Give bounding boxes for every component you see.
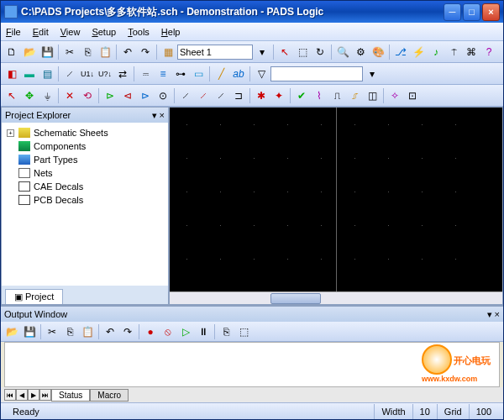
text-icon[interactable]: ab [230,66,247,82]
options-icon[interactable]: ⚙ [352,44,369,60]
tab-first-icon[interactable]: ⏮ [4,389,16,401]
menu-view[interactable]: View [60,27,81,37]
flip-icon[interactable]: ⇄ [114,66,131,82]
net2-icon[interactable]: ⟋ [195,87,212,104]
mark1-icon[interactable]: ✱ [253,87,270,104]
out-copy-icon[interactable]: ⎘ [61,323,78,340]
port-icon[interactable]: ⊐ [230,87,247,104]
filter-icon[interactable]: ▽ [253,66,270,82]
check-icon[interactable]: ✔ [293,87,310,104]
explorer-header[interactable]: Project Explorer ▾ × [2,108,168,123]
out-pause-icon[interactable]: ⏸ [195,323,212,340]
delete-icon[interactable]: ✕ [61,87,78,104]
net1-icon[interactable]: ⟋ [177,87,194,104]
project-tree[interactable]: +Schematic Sheets Components Part Types … [2,123,168,286]
mode-icon[interactable]: ◧ [3,66,20,82]
pointer-icon[interactable]: ↖ [3,87,20,104]
horizontal-scrollbar[interactable] [170,291,502,304]
out-save-icon[interactable]: 💾 [21,323,38,340]
maximize-button[interactable]: □ [463,3,480,21]
sym3-icon[interactable]: ⎎ [346,87,363,104]
menu-tools[interactable]: Tools [128,27,150,37]
tree-item-pcb-decals[interactable]: PCB Decals [3,193,166,207]
cut-icon[interactable]: ✂ [61,44,78,60]
wire-icon[interactable]: ⎓ [137,66,154,82]
copy-icon[interactable]: ⎘ [79,44,96,60]
sel-icon[interactable]: ▭ [190,66,207,82]
tree-item-part-types[interactable]: Part Types [3,153,166,166]
menu-setup[interactable]: Setup [92,27,116,37]
open-icon[interactable]: 📂 [21,44,38,60]
minimize-button[interactable]: ─ [444,3,461,21]
tool-a-icon[interactable]: ⎇ [392,44,409,60]
tool-d-icon[interactable]: ⍑ [445,44,462,60]
palette-icon[interactable]: 🎨 [370,44,386,60]
junction-icon[interactable]: ⊙ [155,87,171,104]
move-icon[interactable]: ✥ [21,87,38,104]
extra2-icon[interactable]: ⊡ [404,87,421,104]
tool-c-icon[interactable]: ♪ [428,44,444,60]
expand-icon[interactable]: + [7,129,14,137]
out-break-icon[interactable]: ⬚ [235,323,252,340]
save-icon[interactable]: 💾 [39,44,55,60]
tab-prev-icon[interactable]: ◀ [16,389,28,401]
zoom-window-icon[interactable]: ⬚ [294,44,311,60]
tree-item-components[interactable]: Components [3,139,166,153]
viewport-divider[interactable] [336,108,337,304]
bus-icon[interactable]: ≡ [155,66,171,82]
line-icon[interactable]: ╱ [213,66,229,82]
pin1-icon[interactable]: ⊳ [102,87,118,104]
u2-icon[interactable]: U?↓ [97,66,113,82]
conn-icon[interactable]: ⊶ [172,66,189,82]
sym2-icon[interactable]: ⎍ [328,87,345,104]
tab-last-icon[interactable]: ⏭ [39,389,51,401]
pin2-icon[interactable]: ⊲ [119,87,136,104]
output-header[interactable]: Output Window ▾ × [1,307,503,322]
rotate-icon[interactable]: ⟲ [79,87,96,104]
out-paste-icon[interactable]: 📋 [79,323,96,340]
sheet-selector[interactable] [177,45,253,60]
titlebar[interactable]: C:\PADS Projects\多多软件站.sch - Demonstrati… [1,1,503,23]
close-button[interactable]: × [482,3,500,21]
sym4-icon[interactable]: ◫ [364,87,381,104]
tool-b-icon[interactable]: ⚡ [410,44,427,60]
out-undo-icon[interactable]: ↶ [102,323,118,340]
out-stop-icon[interactable]: ⦸ [160,323,176,340]
scroll-thumb[interactable] [270,293,321,304]
out-open-icon[interactable]: 📂 [3,323,20,340]
select-icon[interactable]: ↖ [276,44,293,60]
out-step-icon[interactable]: ⎘ [218,323,234,340]
output-body[interactable]: 开心电玩 www.kxdw.com [4,342,500,387]
mark2-icon[interactable]: ✦ [270,87,287,104]
out-rec-icon[interactable]: ● [142,323,159,340]
sym1-icon[interactable]: ⌇ [311,87,328,104]
tool-e-icon[interactable]: ⌘ [463,44,480,60]
tab-next-icon[interactable]: ▶ [28,389,39,401]
tab-status[interactable]: Status [51,389,90,402]
out-redo-icon[interactable]: ↷ [119,323,136,340]
tree-item-schematic-sheets[interactable]: +Schematic Sheets [3,126,166,139]
output-pin-icon[interactable]: ▾ × [487,309,500,320]
refresh-icon[interactable]: ↻ [312,44,328,60]
undo-icon[interactable]: ↶ [119,44,136,60]
route-icon[interactable]: ⟋ [61,66,78,82]
search-icon[interactable]: 🔍 [334,44,351,60]
net3-icon[interactable]: ⟋ [213,87,229,104]
schematic-canvas[interactable] [169,107,503,305]
new-icon[interactable]: 🗋 [3,44,20,60]
tab-macro[interactable]: Macro [90,389,129,402]
filter-field[interactable] [270,66,363,81]
out-cut-icon[interactable]: ✂ [44,323,60,340]
menu-edit[interactable]: Edit [33,27,49,37]
ic-icon[interactable]: ▤ [39,66,55,82]
pin3-icon[interactable]: ⊳ [137,87,154,104]
help-icon[interactable]: ? [480,44,497,60]
sheet-icon[interactable]: ▦ [160,44,176,60]
tree-item-cae-decals[interactable]: CAE Decals [3,180,166,193]
filter-drop-icon[interactable]: ▾ [364,66,381,82]
ground-icon[interactable]: ⏚ [39,87,55,104]
out-play-icon[interactable]: ▷ [177,323,194,340]
chip-icon[interactable]: ▬ [21,66,38,82]
menu-help[interactable]: Help [161,27,181,37]
tree-item-nets[interactable]: Nets [3,166,166,180]
